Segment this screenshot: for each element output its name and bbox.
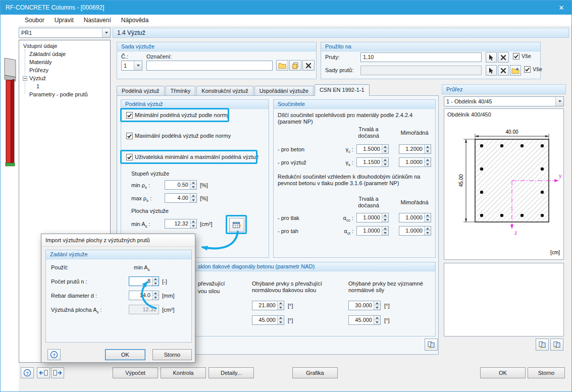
- help-button[interactable]: ?: [21, 367, 34, 378]
- case-dropdown[interactable]: PŘ1: [19, 28, 111, 38]
- spin-down-icon[interactable]: [425, 149, 431, 153]
- close-icon[interactable]: ✕: [550, 1, 572, 15]
- dialog-cancel-button[interactable]: Storno: [152, 349, 192, 360]
- tree-item-1[interactable]: 1: [36, 83, 39, 90]
- spin-up-icon[interactable]: [278, 301, 284, 305]
- spin-down-icon[interactable]: [425, 162, 431, 166]
- spin-down-icon[interactable]: [152, 295, 159, 300]
- members-all-checkbox[interactable]: Vše: [513, 53, 531, 60]
- spin-down-icon[interactable]: [190, 198, 196, 202]
- spin-down-icon[interactable]: [152, 281, 159, 286]
- spin-up-icon[interactable]: [425, 213, 431, 217]
- previous-window-button[interactable]: [37, 367, 50, 378]
- spin-up-icon[interactable]: [374, 316, 380, 320]
- spin-down-icon[interactable]: [382, 162, 388, 166]
- tree-item-parametry[interactable]: Parametry - podle prutů: [29, 91, 88, 98]
- chevron-down-icon[interactable]: [102, 28, 110, 37]
- gamma-s-accidental-spinner[interactable]: 1.0000: [399, 157, 431, 167]
- spin-up-icon[interactable]: [190, 181, 196, 185]
- spin-down-icon[interactable]: [374, 305, 380, 310]
- spin-up-icon[interactable]: [374, 301, 380, 305]
- min-reinforcement-checkbox[interactable]: Minimální podélná výztuž podle normy: [126, 112, 229, 119]
- strut-right-angle-2-spinner[interactable]: 45.000: [348, 315, 381, 325]
- dialog-help-button[interactable]: ?: [47, 349, 61, 360]
- delete-set-button[interactable]: [302, 60, 315, 71]
- spin-down-icon[interactable]: [190, 185, 196, 189]
- alpha-ct-accidental-spinner[interactable]: 1.0000: [399, 226, 431, 236]
- alpha-cc-permanent-spinner[interactable]: 1.0000: [356, 213, 389, 222]
- copy-set-button[interactable]: [289, 60, 301, 71]
- menu-upravit[interactable]: Upravit: [49, 15, 79, 26]
- user-minmax-checkbox[interactable]: Uživatelská minimální a maximální podéln…: [126, 154, 258, 160]
- import-rebar-area-button[interactable]: [229, 218, 244, 232]
- tab-csn-en-1992-1-1[interactable]: CSN EN 1992-1-1: [315, 84, 370, 96]
- spin-up-icon[interactable]: [382, 158, 388, 162]
- tree-item-zakladni-udaje[interactable]: Základní údaje: [29, 50, 66, 58]
- pick-members-button[interactable]: [486, 52, 497, 63]
- set-name-input[interactable]: [146, 61, 273, 71]
- spin-down-icon[interactable]: [278, 320, 284, 324]
- gamma-c-permanent-spinner[interactable]: 1.5000: [356, 144, 389, 154]
- sets-all-checkbox[interactable]: Vše: [524, 66, 542, 73]
- spin-up-icon[interactable]: [190, 219, 196, 223]
- members-input[interactable]: 1,10: [360, 52, 482, 62]
- menu-nastaveni[interactable]: Nastavení: [79, 15, 116, 26]
- strut-mid-angle-2-spinner[interactable]: 45.000: [252, 315, 284, 325]
- spin-down-icon[interactable]: [425, 231, 431, 235]
- spin-up-icon[interactable]: [152, 291, 159, 295]
- spin-down-icon[interactable]: [278, 305, 284, 310]
- spin-up-icon[interactable]: [278, 316, 284, 320]
- spin-up-icon[interactable]: [190, 194, 196, 198]
- spin-up-icon[interactable]: [382, 227, 388, 231]
- transfer-parameters-button[interactable]: [536, 339, 549, 351]
- transfer-parameters-all-button[interactable]: [550, 339, 563, 351]
- new-set-button[interactable]: [276, 60, 288, 71]
- tree-collapse-icon[interactable]: [23, 76, 27, 81]
- cancel-button[interactable]: Storno: [528, 367, 565, 378]
- ok-button[interactable]: OK: [480, 367, 526, 378]
- menu-napoveda[interactable]: Nápověda: [116, 15, 154, 26]
- graphics-button[interactable]: Grafika: [292, 367, 338, 378]
- spin-down-icon[interactable]: [425, 217, 431, 222]
- spin-up-icon[interactable]: [382, 213, 388, 217]
- min-as-spinner[interactable]: 12.32: [165, 219, 197, 229]
- new-member-set-button[interactable]: [510, 65, 521, 76]
- clear-sets-button[interactable]: [498, 65, 509, 76]
- pick-sets-button[interactable]: [486, 65, 497, 76]
- clear-members-button[interactable]: [498, 52, 509, 63]
- spin-down-icon[interactable]: [190, 223, 196, 228]
- tab-konstrukcni-vyztuz[interactable]: Konstrukční výztuž: [196, 86, 253, 96]
- spin-down-icon[interactable]: [374, 320, 380, 324]
- tab-podelna-vyztuz[interactable]: Podélná výztuž: [117, 86, 165, 96]
- max-rho-spinner[interactable]: 4.00: [165, 193, 197, 203]
- spin-up-icon[interactable]: [425, 158, 431, 162]
- dialog-ok-button[interactable]: OK: [105, 349, 145, 360]
- tab-usporadani-vyztuze[interactable]: Uspořádání výztuže: [254, 86, 314, 96]
- tree-item-materialy[interactable]: Materiály: [29, 59, 52, 66]
- tab-trminky[interactable]: Třmínky: [166, 86, 196, 96]
- spin-up-icon[interactable]: [425, 227, 431, 231]
- chevron-down-icon[interactable]: [555, 97, 563, 106]
- tree-item-vyztuz[interactable]: Výztuž: [29, 75, 46, 82]
- spin-down-icon[interactable]: [382, 231, 388, 235]
- gamma-c-accidental-spinner[interactable]: 1.2000: [399, 144, 431, 154]
- details-button[interactable]: Detaily...: [209, 367, 254, 378]
- strut-mid-angle-1-spinner[interactable]: 21.800: [252, 301, 284, 310]
- section-dropdown[interactable]: 1 - Obdélník 40/45: [444, 96, 564, 106]
- strut-right-angle-1-spinner[interactable]: 30.000: [348, 301, 381, 310]
- next-window-button[interactable]: [51, 367, 64, 378]
- spin-down-icon[interactable]: [382, 217, 388, 222]
- tree-item-prurezy[interactable]: Průřezy: [29, 67, 48, 74]
- check-button[interactable]: Kontrola: [161, 367, 206, 378]
- bars-count-spinner[interactable]: 8: [129, 276, 159, 286]
- spin-up-icon[interactable]: [152, 277, 159, 281]
- chevron-down-icon[interactable]: [134, 61, 142, 70]
- alpha-cc-accidental-spinner[interactable]: 1.0000: [399, 213, 431, 222]
- gamma-s-permanent-spinner[interactable]: 1.1500: [356, 157, 389, 167]
- calculate-button[interactable]: Výpočet: [113, 367, 158, 378]
- spin-up-icon[interactable]: [425, 145, 431, 149]
- min-rho-spinner[interactable]: 0.50: [165, 180, 197, 190]
- spin-down-icon[interactable]: [382, 149, 388, 153]
- max-reinforcement-checkbox[interactable]: Maximální podélná výztuž podle normy: [126, 133, 231, 139]
- rebar-diameter-spinner[interactable]: 14.0: [129, 291, 159, 300]
